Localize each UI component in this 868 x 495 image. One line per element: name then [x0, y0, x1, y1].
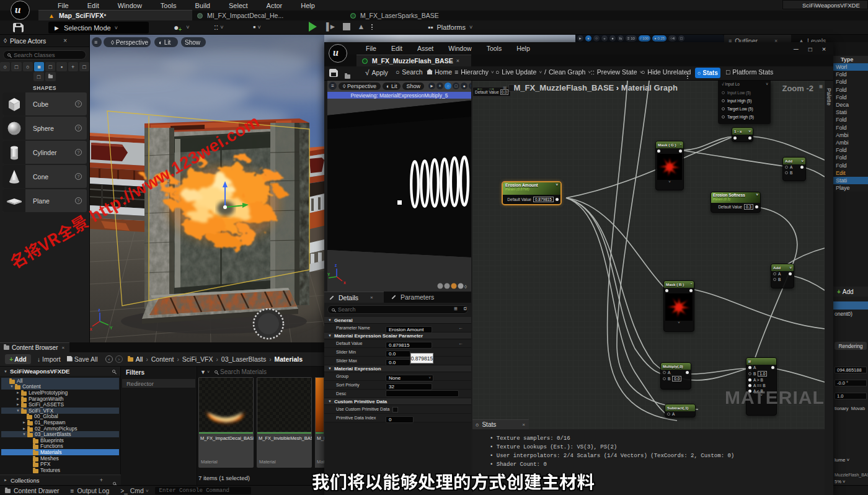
svg-text:Y: Y	[110, 326, 113, 330]
svg-text:Y: Y	[327, 272, 330, 277]
svg-text:x: x	[343, 280, 346, 285]
svg-text:z: z	[98, 308, 100, 312]
svg-text:http://www.123wei.com: http://www.123wei.com	[86, 112, 263, 226]
svg-text:x: x	[90, 327, 92, 331]
svg-text:◊: ◊	[464, 284, 467, 290]
